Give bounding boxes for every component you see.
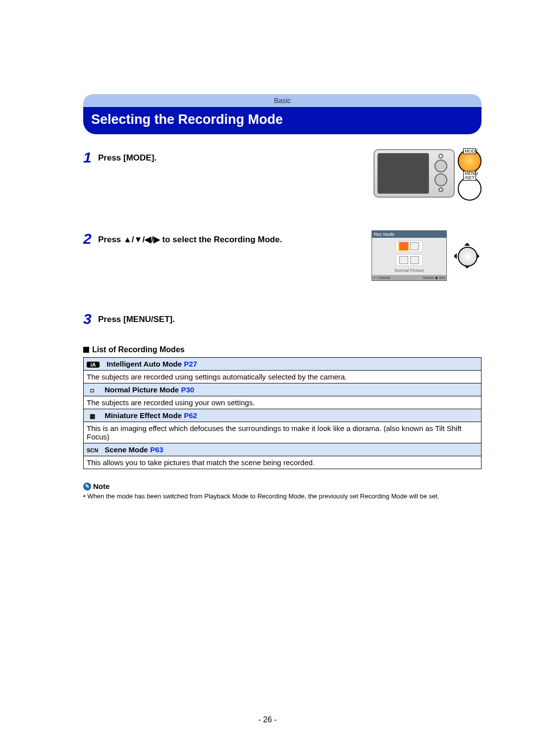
- scene-mode-icon: SCN: [87, 447, 98, 453]
- step-2: 2 Press ▲/▼/◀/▶ to select the Recording …: [83, 230, 482, 281]
- rec-mode-screen-illustration: Rec Mode Normal Picture ↩ Cancel Select …: [372, 230, 482, 281]
- table-row: SCN Scene Mode P63: [84, 443, 482, 456]
- note-text: When the mode has been switched from Pla…: [83, 492, 482, 501]
- miniature-mode-icon: ▦: [87, 413, 98, 420]
- page-number: - 26 -: [0, 715, 535, 724]
- page-ref-link[interactable]: P27: [184, 360, 197, 368]
- modes-list-heading: List of Recording Modes: [83, 345, 482, 354]
- mode-desc: The subjects are recorded using settings…: [84, 371, 482, 383]
- mode-desc: This allows you to take pictures that ma…: [84, 456, 482, 469]
- mode-name: Miniature Effect Mode: [105, 411, 182, 420]
- table-row: iA Intelligent Auto Mode P27: [84, 358, 482, 371]
- table-row: This allows you to take pictures that ma…: [84, 456, 482, 469]
- menu-set-button-icon: MENU /SET: [458, 177, 482, 201]
- dpad-icon: [452, 241, 482, 270]
- mode-name: Normal Picture Mode: [105, 385, 179, 394]
- menu-set-button-label: MENU /SET: [463, 171, 476, 181]
- mode-button-icon: MODE: [458, 149, 482, 173]
- rec-screen-title: Rec Mode: [372, 231, 446, 238]
- step-text: Press ▲/▼/◀/▶ to select the Recording Mo…: [98, 230, 372, 245]
- rec-screen-select: Select ◆ Set: [423, 275, 445, 280]
- chapter-header: Basic: [83, 94, 482, 107]
- mode-desc: This is an imaging effect which defocuse…: [84, 422, 482, 443]
- table-row: The subjects are recorded using settings…: [84, 371, 482, 383]
- mode-name: Scene Mode: [105, 445, 148, 454]
- camera-body-icon: [374, 149, 455, 198]
- mode-button-label: MODE: [463, 148, 476, 154]
- rec-screen-caption: Normal Picture: [394, 268, 424, 273]
- table-row: The subjects are recorded using your own…: [84, 396, 482, 409]
- mode-name: Intelligent Auto Mode: [107, 360, 182, 368]
- step-text: Press [MODE].: [98, 149, 374, 163]
- ia-mode-icon: iA: [87, 362, 100, 368]
- step-number: 2: [83, 230, 98, 247]
- rec-screen-cancel: ↩ Cancel: [374, 275, 390, 280]
- camera-illustration: MODE MENU /SET: [374, 149, 482, 201]
- page-ref-link[interactable]: P30: [181, 385, 194, 394]
- step-3: 3 Press [MENU/SET].: [83, 311, 482, 327]
- note-heading: ✎ Note: [83, 482, 482, 490]
- normal-mode-icon: ◘: [87, 387, 98, 394]
- table-row: ▦ Miniature Effect Mode P62: [84, 409, 482, 422]
- table-row: This is an imaging effect which defocuse…: [84, 422, 482, 443]
- step-1: 1 Press [MODE]. MODE MENU /SET: [83, 149, 482, 201]
- step-number: 3: [83, 311, 98, 327]
- note-icon: ✎: [83, 483, 91, 490]
- mode-desc: The subjects are recorded using your own…: [84, 396, 482, 409]
- page-ref-link[interactable]: P62: [184, 411, 197, 420]
- modes-table: iA Intelligent Auto Mode P27 The subject…: [83, 357, 482, 469]
- page-title: Selecting the Recording Mode: [83, 107, 482, 134]
- step-text: Press [MENU/SET].: [98, 311, 482, 324]
- page-ref-link[interactable]: P63: [150, 445, 163, 454]
- step-number: 1: [83, 149, 98, 166]
- table-row: ◘ Normal Picture Mode P30: [84, 383, 482, 396]
